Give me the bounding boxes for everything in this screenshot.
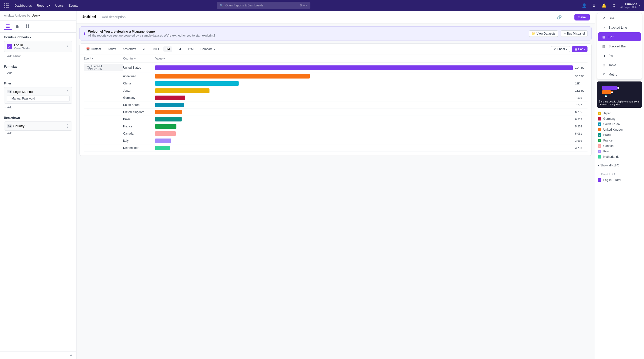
cell-bar-area: 3,738 <box>155 146 588 150</box>
alert-icon[interactable]: 🔔 <box>600 2 608 9</box>
col-header-event[interactable]: Event ▾ <box>84 57 123 60</box>
12m-btn[interactable]: 12M <box>185 47 196 52</box>
bar-fill <box>155 66 573 70</box>
30d-btn[interactable]: 30D <box>151 47 161 52</box>
dropdown-item-metric[interactable]: # Metric <box>598 70 641 79</box>
filter-menu-icon[interactable]: ⋮ <box>66 89 70 94</box>
view-datasets-btn[interactable]: 📁 View Datasets <box>529 30 558 37</box>
nav-users[interactable]: Users <box>55 4 64 8</box>
table-row: South Korea 7,267 <box>84 102 588 109</box>
legend-item[interactable]: ✓ South Korea <box>598 122 641 127</box>
table-row: Canada 5,061 <box>84 130 588 137</box>
add-formula-btn[interactable]: + Add <box>4 70 72 76</box>
analyze-label: Analyze Uniques by <box>4 14 30 17</box>
yesterday-btn[interactable]: Yesterday <box>120 47 138 52</box>
more-options-btn[interactable]: … <box>565 13 572 21</box>
col-header-country[interactable]: Country ▾ <box>123 57 155 60</box>
6m-btn[interactable]: 6M <box>174 47 183 52</box>
events-cohorts-title[interactable]: Events & Cohorts ▾ <box>4 36 72 39</box>
tooltip-area: Bars are best to display comparisons bet… <box>597 82 642 108</box>
nav-links: Dashboards Reports ▾ Users Events <box>14 4 78 8</box>
legend-item[interactable]: ✓ Japan <box>598 111 641 116</box>
compare-chevron-icon: ▾ <box>214 48 215 51</box>
filter-title[interactable]: Filter <box>4 82 72 85</box>
chart-preview: Bars are best to display comparisons bet… <box>597 82 642 108</box>
metric-count-selector[interactable]: Count Total ▾ <box>14 47 64 50</box>
legend-item[interactable]: ✓ Italy <box>598 149 641 154</box>
bar-label: 6,755 <box>575 111 588 114</box>
cell-bar-area: 7,267 <box>155 103 588 107</box>
tab-data[interactable] <box>24 23 32 30</box>
project-selector[interactable]: Finance All Project Data ▾ <box>620 2 640 9</box>
nav-reports[interactable]: Reports ▾ <box>37 4 50 8</box>
breakdown-title[interactable]: Breakdown <box>4 116 72 120</box>
save-button[interactable]: Save <box>574 14 590 21</box>
search-input[interactable] <box>226 4 298 7</box>
chart-table: Event ▾ Country ▾ Value ▾ <box>80 55 592 156</box>
notifications-icon[interactable]: 👤 <box>581 2 588 9</box>
dropdown-item-line[interactable]: ↗ Line <box>598 14 641 23</box>
custom-date-btn[interactable]: 📅 Custom <box>84 47 104 52</box>
sidebar-collapse-btn[interactable]: ◄ <box>0 351 76 359</box>
show-all-btn[interactable]: ▾ Show all (184) <box>598 163 641 168</box>
chart-view-btns: ↗ Linear ▾ ▦ Bar ▾ <box>551 46 588 52</box>
today-btn[interactable]: Today <box>105 47 118 52</box>
metric-menu-icon[interactable]: ⋮ <box>66 44 70 49</box>
breakdown-menu-icon[interactable]: ⋮ <box>66 124 70 128</box>
bar-btn[interactable]: ▦ Bar ▾ <box>572 46 588 52</box>
dropdown-item-stacked-line[interactable]: ↗ Stacked Line <box>598 23 641 32</box>
cell-country: Netherlands <box>123 146 155 150</box>
col-header-value[interactable]: Value ▾ <box>155 57 588 60</box>
bar-chevron-icon: ▾ <box>584 48 585 51</box>
table-icon: ⊞ <box>602 63 606 67</box>
legend-item[interactable]: ✓ Brazil <box>598 132 641 138</box>
bar-label: 5,274 <box>575 125 588 128</box>
legend-item[interactable]: ✓ Germany <box>598 116 641 122</box>
tab-table[interactable] <box>4 23 12 30</box>
dropdown-item-table[interactable]: ⊞ Table <box>598 61 641 69</box>
legend-item[interactable]: ✓ Canada <box>598 143 641 149</box>
3m-btn[interactable]: 3M <box>163 47 172 52</box>
cell-bar-area: 5,061 <box>155 131 588 136</box>
dropdown-item-bar[interactable]: ▦ Bar <box>598 32 641 41</box>
add-metric-btn[interactable]: + Add Metric <box>4 54 72 59</box>
nav-dashboards[interactable]: Dashboards <box>14 4 32 8</box>
bar-wrap <box>155 96 573 100</box>
add-formula-plus-icon: + <box>4 71 6 75</box>
bar-wrap <box>155 131 573 136</box>
nav-events[interactable]: Events <box>68 4 78 8</box>
add-filter-btn[interactable]: + Add <box>4 105 72 110</box>
legend-item[interactable]: ✓ France <box>598 138 641 143</box>
legend-item[interactable]: ✓ United Kingdom <box>598 127 641 132</box>
table-row: United Kingdom 6,755 <box>84 109 588 116</box>
tab-bar[interactable] <box>14 23 22 30</box>
chart-type-tabs <box>0 21 76 33</box>
events-chevron-icon: ▾ <box>30 36 31 39</box>
bar-fill <box>155 88 210 93</box>
bar-label: 7,267 <box>575 104 588 106</box>
legend-check: ✓ <box>598 155 601 159</box>
settings-icon[interactable]: ⚙ <box>610 2 617 9</box>
grid-icon[interactable]: ⠿ <box>591 2 598 9</box>
events-cohorts-section: Events & Cohorts ▾ A Log In Count Total … <box>0 33 76 62</box>
compare-btn[interactable]: Compare ▾ <box>198 47 217 52</box>
bar-fill <box>155 117 182 122</box>
add-description[interactable]: + Add description... <box>99 15 128 19</box>
dropdown-items: ↗ Line ↗ Stacked Line ▦ Bar ▦ Stacked Ba… <box>597 14 642 79</box>
bar-label: 38.55K <box>575 75 588 78</box>
buy-mixpanel-btn[interactable]: ↗ Buy Mixpanel <box>560 30 588 37</box>
legend-item[interactable]: ✓ Netherlands <box>598 154 641 160</box>
7d-btn[interactable]: 7D <box>140 47 149 52</box>
tab-formula[interactable] <box>34 23 42 30</box>
share-link-btn[interactable]: 🔗 <box>556 13 563 21</box>
nav-search-bar[interactable]: 🔍 ⌘ + K <box>217 2 310 9</box>
linear-btn[interactable]: ↗ Linear ▾ <box>551 46 570 52</box>
legend-check: ✓ <box>598 150 601 153</box>
analyze-value-selector[interactable]: User ▾ <box>32 14 40 17</box>
add-breakdown-btn[interactable]: + Add <box>4 131 72 136</box>
page-title[interactable]: Untitled <box>82 15 96 19</box>
dropdown-item-pie[interactable]: ◑ Pie <box>598 51 641 60</box>
dropdown-item-stacked-bar[interactable]: ▦ Stacked Bar <box>598 42 641 51</box>
event-legend-item[interactable]: ✓ Log In – Total <box>598 177 641 183</box>
formulas-title[interactable]: Formulas <box>4 65 72 68</box>
